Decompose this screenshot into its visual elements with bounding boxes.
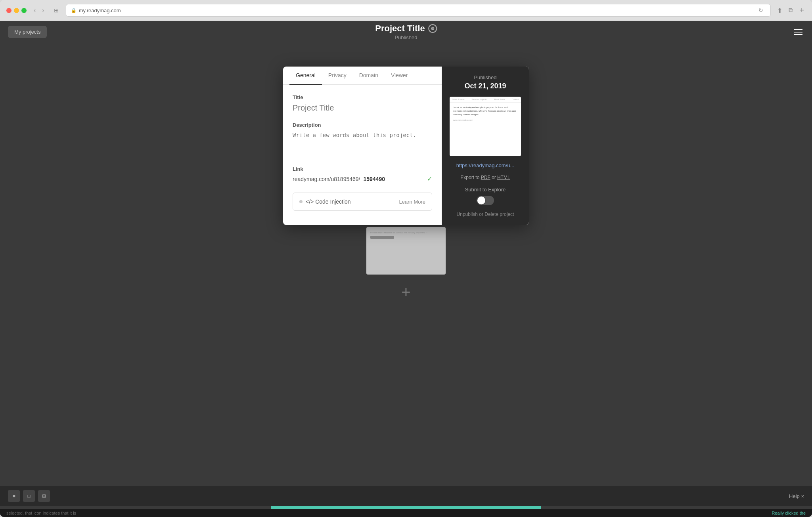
app-topbar: My projects Project Title ⚙ Published	[0, 21, 812, 43]
bottom-toolbar: ■ □ ⊞ Help ×	[0, 486, 812, 506]
export-or: or	[492, 175, 496, 180]
export-label: Export to	[460, 175, 479, 180]
dialog-body: Title Description Link readymag.com/u818…	[283, 85, 442, 220]
link-section: readymag.com/u81895469/1594490 ✓	[293, 175, 432, 186]
link-base: readymag.com/u81895469/	[293, 176, 360, 182]
back-button[interactable]: ‹	[31, 6, 38, 15]
action-links: Unpublish or Delete project	[450, 212, 521, 217]
hamburger-menu-button[interactable]	[792, 28, 804, 36]
export-html-link[interactable]: HTML	[497, 175, 510, 180]
reload-button[interactable]: ↻	[756, 6, 766, 14]
tool-outline-button[interactable]: □	[23, 490, 35, 502]
browser-actions: ⬆ ⧉ +	[776, 5, 806, 16]
url-text: my.readymag.com	[79, 8, 121, 13]
action-or: or	[479, 212, 485, 217]
bottom-tools: ■ □ ⊞	[8, 490, 50, 502]
sidebar-toggle-button[interactable]: ⊞	[52, 6, 61, 15]
app-content: My projects Project Title ⚙ Published	[0, 21, 812, 517]
toggle-knob	[477, 196, 485, 204]
tab-viewer[interactable]: Viewer	[385, 67, 414, 85]
main-area: Please don't hesitate to contact me for …	[0, 43, 812, 486]
bottom-scroll-area	[0, 506, 812, 509]
new-tab-button[interactable]: +	[798, 6, 806, 15]
lock-icon: 🔒	[71, 8, 77, 13]
delete-project-link[interactable]: Delete project	[485, 212, 514, 217]
title-input[interactable]	[293, 103, 432, 113]
description-field-label: Description	[293, 122, 432, 128]
dialog-tabs: General Privacy Domain Viewer	[283, 67, 442, 85]
thumb-preview-text: I work as an independent photographer fo…	[453, 106, 518, 116]
settings-dialog: General Privacy Domain Viewer Title Desc…	[283, 67, 529, 225]
traffic-lights	[6, 8, 27, 13]
project-title-row: Project Title ⚙	[375, 23, 437, 34]
title-field-label: Title	[293, 94, 432, 100]
browser-toolbar: ‹ › ⊞ 🔒 my.readymag.com ↻ ⬆ ⧉ +	[0, 0, 812, 21]
hamburger-line-3	[794, 34, 802, 35]
published-date: Oct 21, 2019	[450, 82, 521, 90]
address-bar[interactable]: 🔒 my.readymag.com ↻	[66, 4, 771, 17]
project-title-label: Project Title	[375, 23, 425, 34]
preview-thumbnail: Stona & Ideas Selected projects About St…	[450, 97, 521, 156]
explore-label: Submit to Explore	[450, 187, 521, 193]
hamburger-line-1	[794, 29, 802, 30]
forward-button[interactable]: ›	[40, 6, 46, 15]
my-projects-button[interactable]: My projects	[8, 26, 47, 38]
thumb-content: I work as an independent photographer fo…	[450, 103, 521, 124]
unpublish-link[interactable]: Unpublish	[457, 212, 478, 217]
code-injection-row: </> Code Injection Learn More	[293, 193, 432, 211]
tool-grid-button[interactable]: ⊞	[38, 490, 50, 502]
explore-section: Submit to Explore	[450, 187, 521, 205]
project-status: Published	[375, 34, 437, 40]
thumb-nav: Stona & Ideas Selected projects About St…	[450, 97, 521, 103]
description-textarea[interactable]	[293, 131, 432, 155]
link-field-label: Link	[293, 166, 432, 172]
code-injection-left: </> Code Injection	[299, 198, 351, 205]
bottom-hint-right: Really clicked the	[772, 511, 806, 515]
export-row: Export to PDF or HTML	[450, 175, 521, 180]
link-value-display: readymag.com/u81895469/1594490 ✓	[293, 175, 432, 186]
submit-label: Submit to	[465, 187, 487, 193]
dialog-right-panel: Published Oct 21, 2019 Stona & Ideas Sel…	[442, 67, 529, 225]
scroll-teal-segment	[271, 506, 542, 509]
thumb-nav-about: About Stona	[494, 98, 505, 101]
code-dot-icon	[299, 200, 303, 203]
toggle-container	[450, 196, 521, 205]
tab-privacy[interactable]: Privacy	[322, 67, 353, 85]
project-title-center: Project Title ⚙ Published	[375, 23, 437, 40]
link-slug: 1594490	[363, 176, 385, 182]
scroll-left-segment	[0, 506, 271, 509]
project-url-link[interactable]: https://readymag.com/u...	[450, 162, 521, 168]
close-button[interactable]	[6, 8, 11, 13]
thumb-nav-contact: Contact	[512, 98, 519, 101]
published-status: Published Oct 21, 2019	[450, 74, 521, 90]
project-settings-icon[interactable]: ⚙	[428, 24, 437, 33]
bottom-hint-left: selected, that icon indicates that it is	[6, 511, 76, 515]
share-button[interactable]: ⬆	[776, 5, 784, 16]
dialog-left-panel: General Privacy Domain Viewer Title Desc…	[283, 67, 442, 225]
bottom-hint-bar: selected, that icon indicates that it is…	[0, 509, 812, 517]
settings-modal-overlay: General Privacy Domain Viewer Title Desc…	[0, 43, 812, 486]
nav-buttons: ‹ ›	[31, 6, 47, 15]
thumb-nav-brand: Stona & Ideas	[452, 98, 464, 101]
tool-square-button[interactable]: ■	[8, 490, 20, 502]
help-button[interactable]: Help ×	[789, 493, 804, 499]
learn-more-button[interactable]: Learn More	[399, 199, 425, 205]
export-pdf-link[interactable]: PDF	[481, 175, 490, 180]
code-injection-label: </> Code Injection	[306, 198, 351, 205]
scroll-right-segment	[541, 506, 812, 509]
explore-name: Explore	[488, 187, 506, 193]
pip-button[interactable]: ⧉	[787, 5, 795, 15]
explore-toggle[interactable]	[477, 196, 494, 205]
maximize-button[interactable]	[21, 8, 27, 13]
published-label: Published	[450, 74, 521, 80]
hamburger-line-2	[794, 32, 802, 32]
thumb-nav-selected: Selected projects	[471, 98, 486, 101]
tab-domain[interactable]: Domain	[353, 67, 385, 85]
tab-general[interactable]: General	[289, 67, 322, 85]
minimize-button[interactable]	[14, 8, 19, 13]
link-valid-icon: ✓	[427, 175, 432, 183]
browser-window: ‹ › ⊞ 🔒 my.readymag.com ↻ ⬆ ⧉ + My proje…	[0, 0, 812, 517]
thumb-footer-text: www.stonawideas.com	[453, 119, 518, 121]
